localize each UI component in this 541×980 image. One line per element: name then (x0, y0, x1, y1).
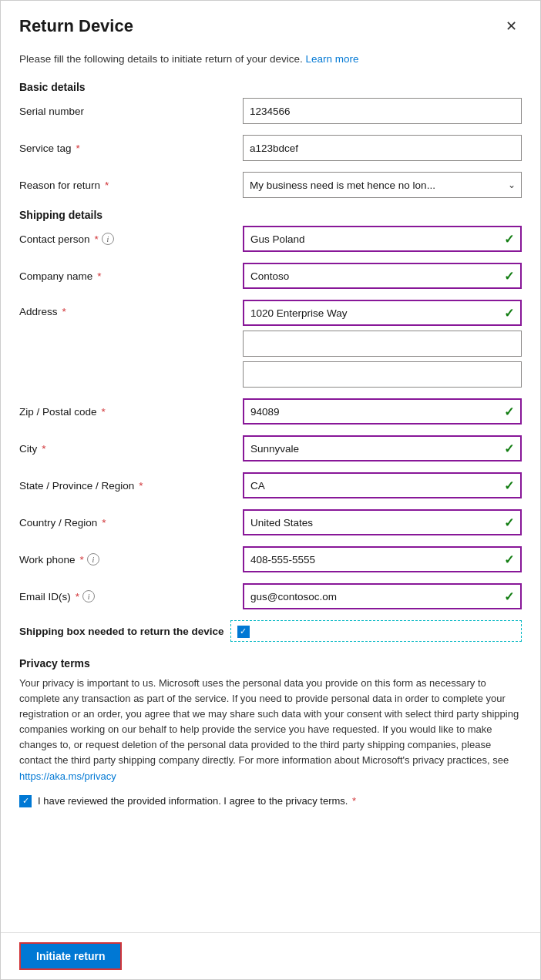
email-row: Email ID(s) * i ✓ (19, 583, 522, 609)
shipping-box-checkbox[interactable]: ✓ (237, 626, 250, 638)
return-device-dialog: Return Device ✕ Please fill the followin… (0, 0, 541, 980)
serial-number-row: Serial number (19, 98, 522, 124)
country-label: Country / Region * (19, 517, 243, 529)
state-wrapper: ✓ (243, 472, 522, 498)
reason-wrapper: My business need is met hence no lon... … (243, 172, 522, 198)
email-label: Email ID(s) * i (19, 590, 243, 602)
email-input[interactable] (243, 583, 522, 609)
intro-text: Please fill the following details to ini… (19, 44, 522, 67)
city-input[interactable] (243, 435, 522, 461)
work-phone-row: Work phone * i ✓ (19, 546, 522, 572)
reason-row: Reason for return * My business need is … (19, 172, 522, 198)
city-wrapper: ✓ (243, 435, 522, 461)
dialog-body: Please fill the following details to ini… (1, 44, 540, 932)
zip-code-label: Zip / Postal code * (19, 406, 243, 418)
shipping-details-section: Shipping details Contact person * i ✓ Co… (19, 209, 522, 642)
company-name-checkmark: ✓ (504, 269, 514, 284)
contact-person-input[interactable] (243, 226, 522, 252)
service-tag-required: * (76, 143, 80, 154)
contact-person-info-icon[interactable]: i (102, 233, 114, 245)
serial-number-label: Serial number (19, 106, 243, 117)
service-tag-input[interactable] (243, 135, 522, 161)
address-inputs: ✓ (243, 300, 522, 388)
dialog-header: Return Device ✕ (1, 1, 540, 44)
company-name-label: Company name * (19, 270, 243, 282)
serial-number-wrapper (243, 98, 522, 124)
zip-checkmark: ✓ (504, 404, 514, 419)
privacy-agree-text: I have reviewed the provided information… (38, 795, 356, 807)
privacy-section: Privacy terms Your privacy is important … (19, 657, 522, 807)
zip-code-row: Zip / Postal code * ✓ (19, 398, 522, 425)
shipping-box-label: Shipping box needed to return the device (19, 626, 224, 637)
reason-required: * (105, 180, 109, 191)
shipping-box-check-icon: ✓ (240, 626, 247, 636)
basic-details-title: Basic details (19, 81, 522, 93)
learn-more-link[interactable]: Learn more (305, 53, 358, 65)
email-info-icon[interactable]: i (82, 590, 95, 602)
work-phone-input[interactable] (243, 546, 522, 572)
privacy-title: Privacy terms (19, 657, 522, 670)
privacy-agree-row: ✓ I have reviewed the provided informati… (19, 795, 522, 807)
service-tag-wrapper (243, 135, 522, 161)
work-phone-label: Work phone * i (19, 553, 243, 566)
shipping-box-wrapper: ✓ (230, 620, 522, 642)
country-wrapper: ✓ (243, 509, 522, 535)
company-name-wrapper: ✓ (243, 263, 522, 289)
address-label: Address * (19, 300, 243, 317)
city-checkmark: ✓ (504, 441, 514, 456)
close-button[interactable]: ✕ (501, 16, 522, 36)
shipping-details-title: Shipping details (19, 209, 522, 221)
basic-details-section: Basic details Serial number Service tag … (19, 81, 522, 198)
address-line1-input[interactable] (243, 300, 522, 326)
privacy-text: Your privacy is important to us. Microso… (19, 676, 522, 784)
state-label: State / Province / Region * (19, 480, 243, 492)
reason-dropdown[interactable]: My business need is met hence no lon... (243, 172, 522, 198)
email-wrapper: ✓ (243, 583, 522, 609)
dialog-footer: Initiate return (1, 932, 540, 979)
state-row: State / Province / Region * ✓ (19, 472, 522, 498)
privacy-agree-check-icon: ✓ (22, 796, 29, 806)
privacy-agree-checkbox[interactable]: ✓ (19, 795, 32, 807)
country-input[interactable] (243, 509, 522, 535)
city-label: City * (19, 443, 243, 455)
zip-code-wrapper: ✓ (243, 398, 522, 425)
privacy-link[interactable]: https://aka.ms/privacy (19, 770, 116, 782)
address-row: Address * ✓ (19, 300, 522, 388)
work-phone-info-icon[interactable]: i (87, 553, 99, 566)
contact-person-label: Contact person * i (19, 233, 243, 245)
email-checkmark: ✓ (504, 589, 514, 604)
work-phone-checkmark: ✓ (504, 552, 514, 567)
close-icon: ✕ (506, 18, 517, 34)
zip-code-input[interactable] (243, 398, 522, 425)
country-checkmark: ✓ (504, 515, 514, 530)
state-input[interactable] (243, 472, 522, 498)
contact-person-checkmark: ✓ (504, 232, 514, 247)
service-tag-label: Service tag * (19, 143, 243, 154)
initiate-return-button[interactable]: Initiate return (19, 942, 122, 970)
company-name-input[interactable] (243, 263, 522, 289)
address-line2-input[interactable] (243, 331, 522, 357)
service-tag-row: Service tag * (19, 135, 522, 161)
contact-person-row: Contact person * i ✓ (19, 226, 522, 252)
shipping-box-row: Shipping box needed to return the device… (19, 620, 522, 642)
state-checkmark: ✓ (504, 478, 514, 493)
contact-person-wrapper: ✓ (243, 226, 522, 252)
country-row: Country / Region * ✓ (19, 509, 522, 535)
company-name-row: Company name * ✓ (19, 263, 522, 289)
address-checkmark: ✓ (504, 306, 514, 321)
address-line3-input[interactable] (243, 361, 522, 388)
dialog-title: Return Device (19, 16, 133, 36)
serial-number-input[interactable] (243, 98, 522, 124)
reason-label: Reason for return * (19, 180, 243, 191)
work-phone-wrapper: ✓ (243, 546, 522, 572)
city-row: City * ✓ (19, 435, 522, 461)
